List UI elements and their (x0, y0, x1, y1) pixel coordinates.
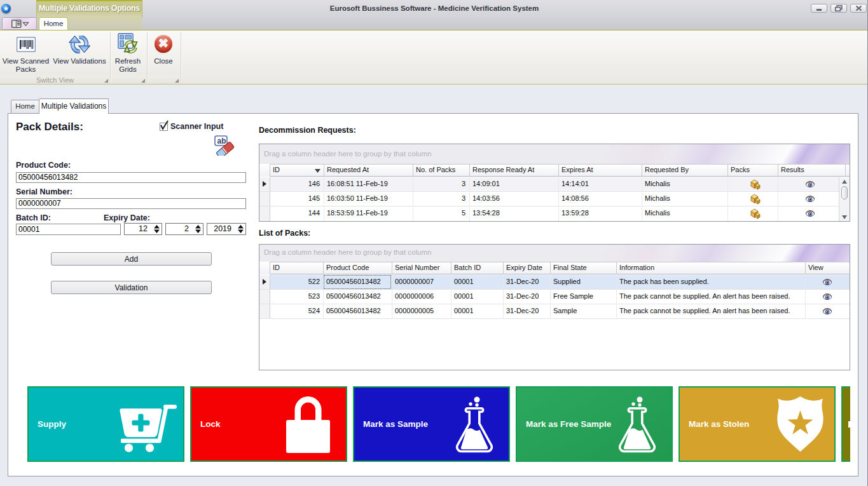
svg-text:ab: ab (217, 137, 226, 145)
